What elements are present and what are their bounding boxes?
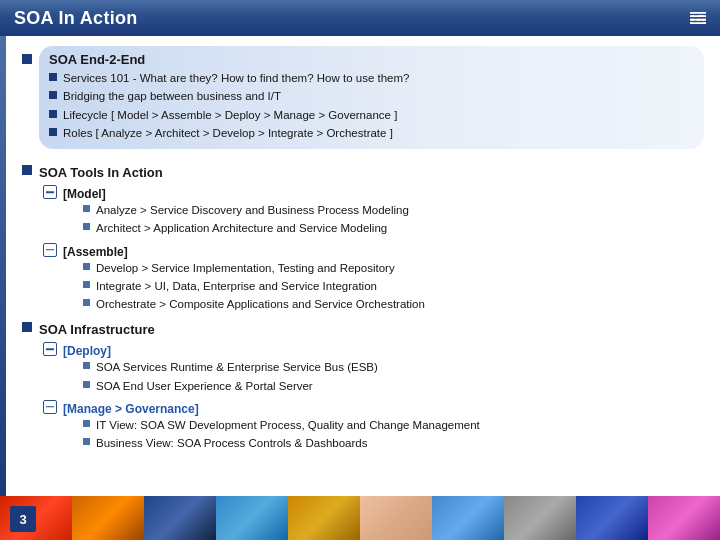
bullet-xs-9 — [83, 438, 90, 445]
footer-image-3 — [144, 496, 216, 540]
header: SOA In Action IBM — [0, 0, 720, 36]
footer-image-4 — [216, 496, 288, 540]
deploy-item-2: SOA End User Experience & Portal Server — [83, 378, 704, 395]
assemble-items: Develop > Service Implementation, Testin… — [83, 260, 704, 314]
manage-label: [Manage > Governance] — [63, 402, 199, 416]
footer-image-9 — [576, 496, 648, 540]
bullet-infra — [22, 322, 32, 332]
bullet-sm-1 — [49, 73, 57, 81]
bullet-sm-3 — [49, 110, 57, 118]
bullet-tools — [22, 165, 32, 175]
model-item-1: Analyze > Service Discovery and Business… — [83, 202, 704, 219]
manage-items: IT View: SOA SW Development Process, Qua… — [83, 417, 704, 453]
model-toggle-icon[interactable] — [43, 185, 57, 199]
manage-content: [Manage > Governance] IT View: SOA SW De… — [63, 399, 704, 454]
deploy-item-1: SOA Services Runtime & Enterprise Servic… — [83, 359, 704, 376]
footer-image-5 — [288, 496, 360, 540]
assemble-section: [Assemble] Develop > Service Implementat… — [43, 242, 704, 315]
footer-image-6 — [360, 496, 432, 540]
soa-infra-section: SOA Infrastructure [Deploy] SOA Services… — [22, 320, 704, 455]
footer-image-8 — [504, 496, 576, 540]
bullet-xs-8 — [83, 420, 90, 427]
main-content: SOA End-2-End Services 101 - What are th… — [6, 36, 720, 462]
bullet-xs-7 — [83, 381, 90, 388]
end2end-item-4: Roles [ Analyze > Architect > Develop > … — [49, 125, 692, 142]
soa-end2end-section: SOA End-2-End Services 101 - What are th… — [22, 46, 704, 157]
footer-image-10 — [648, 496, 720, 540]
deploy-toggle-icon[interactable] — [43, 342, 57, 356]
deploy-items: SOA Services Runtime & Enterprise Servic… — [83, 359, 704, 395]
soa-tools-title: SOA Tools In Action — [39, 165, 163, 180]
manage-item-1: IT View: SOA SW Development Process, Qua… — [83, 417, 704, 434]
bullet-xs-5 — [83, 299, 90, 306]
assemble-item-3: Orchestrate > Composite Applications and… — [83, 296, 704, 313]
model-section: [Model] Analyze > Service Discovery and … — [43, 184, 704, 239]
ibm-logo: IBM — [690, 12, 706, 24]
soa-infra-content: SOA Infrastructure [Deploy] SOA Services… — [39, 320, 704, 455]
deploy-section: [Deploy] SOA Services Runtime & Enterpri… — [43, 341, 704, 396]
footer: 3 — [0, 496, 720, 540]
soa-infra-title: SOA Infrastructure — [39, 322, 155, 337]
soa-end2end-box: SOA End-2-End Services 101 - What are th… — [39, 46, 704, 149]
assemble-item-1: Develop > Service Implementation, Testin… — [83, 260, 704, 277]
model-label: [Model] — [63, 187, 106, 201]
left-accent-bar — [0, 36, 6, 496]
model-item-2: Architect > Application Architecture and… — [83, 220, 704, 237]
end2end-item-2: Bridging the gap between business and I/… — [49, 88, 692, 105]
bullet-xs-2 — [83, 223, 90, 230]
bullet-xs-4 — [83, 281, 90, 288]
footer-images — [0, 496, 720, 540]
manage-toggle-icon[interactable] — [43, 400, 57, 414]
page-number: 3 — [10, 506, 36, 532]
end2end-item-1: Services 101 - What are they? How to fin… — [49, 70, 692, 87]
manage-item-2: Business View: SOA Process Controls & Da… — [83, 435, 704, 452]
bullet-xs-1 — [83, 205, 90, 212]
bullet-sm-4 — [49, 128, 57, 136]
bullet-xs-6 — [83, 362, 90, 369]
deploy-label: [Deploy] — [63, 344, 111, 358]
assemble-content: [Assemble] Develop > Service Implementat… — [63, 242, 704, 315]
page-title: SOA In Action — [14, 8, 138, 29]
footer-image-7 — [432, 496, 504, 540]
soa-tools-content: SOA Tools In Action [Model] Analyze > Se… — [39, 163, 704, 316]
bullet-xs-3 — [83, 263, 90, 270]
soa-tools-section: SOA Tools In Action [Model] Analyze > Se… — [22, 163, 704, 316]
manage-section: [Manage > Governance] IT View: SOA SW De… — [43, 399, 704, 454]
bullet-sm-2 — [49, 91, 57, 99]
assemble-item-2: Integrate > UI, Data, Enterprise and Ser… — [83, 278, 704, 295]
deploy-content: [Deploy] SOA Services Runtime & Enterpri… — [63, 341, 704, 396]
end2end-item-3: Lifecycle [ Model > Assemble > Deploy > … — [49, 107, 692, 124]
model-content: [Model] Analyze > Service Discovery and … — [63, 184, 704, 239]
assemble-toggle-icon[interactable] — [43, 243, 57, 257]
footer-image-2 — [72, 496, 144, 540]
soa-end2end-title: SOA End-2-End — [49, 52, 692, 67]
bullet-end2end — [22, 54, 32, 64]
assemble-label: [Assemble] — [63, 245, 128, 259]
model-items: Analyze > Service Discovery and Business… — [83, 202, 704, 238]
